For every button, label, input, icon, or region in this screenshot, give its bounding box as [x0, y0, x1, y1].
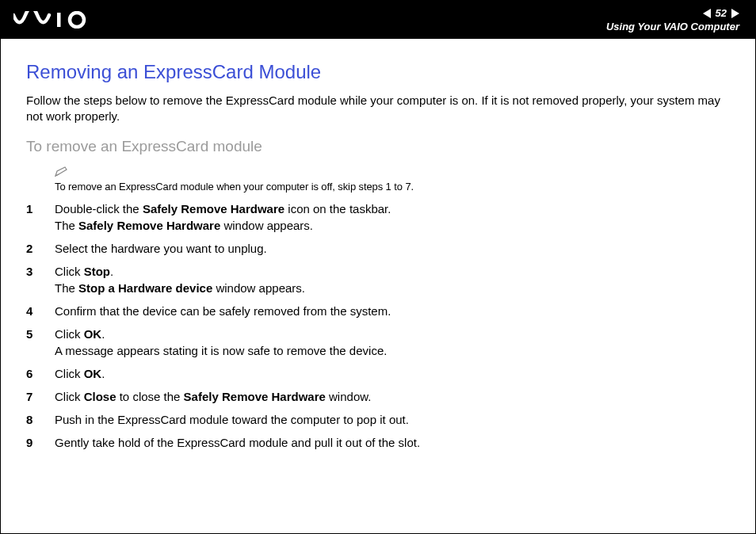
- bold-text: Safely Remove Hardware: [78, 219, 220, 232]
- bold-text: Close: [84, 390, 116, 403]
- header-right: 52 Using Your VAIO Computer: [606, 7, 739, 32]
- text: Click: [55, 327, 84, 341]
- step-body: Click Stop. The Stop a Hardware device w…: [55, 263, 730, 296]
- bold-text: Safely Remove Hardware: [143, 202, 284, 216]
- page-title: Removing an ExpressCard Module: [26, 61, 730, 83]
- text: to close the: [116, 390, 184, 403]
- text: window appears.: [212, 281, 305, 295]
- step-number: 2: [26, 240, 55, 257]
- note-pencil-icon: [55, 166, 730, 177]
- step-body: Click OK. A message appears stating it i…: [55, 326, 730, 359]
- step-body: Select the hardware you want to unplug.: [55, 240, 730, 257]
- step-item: 5 Click OK. A message appears stating it…: [26, 326, 730, 359]
- bold-text: Stop: [84, 265, 110, 278]
- bold-text: Safely Remove Hardware: [184, 390, 326, 403]
- text: window appears.: [220, 219, 313, 232]
- text: .: [110, 265, 113, 278]
- intro-paragraph: Follow the steps below to remove the Exp…: [26, 93, 730, 125]
- step-body: Gently take hold of the ExpressCard modu…: [55, 434, 730, 451]
- text: icon on the taskbar.: [284, 202, 391, 216]
- page-header: 52 Using Your VAIO Computer: [1, 1, 755, 39]
- step-body: Confirm that the device can be safely re…: [55, 303, 730, 319]
- text: Click: [55, 390, 84, 403]
- page-number: 52: [712, 7, 730, 19]
- vaio-logo: [13, 1, 101, 39]
- step-item: 3 Click Stop. The Stop a Hardware device…: [26, 263, 730, 296]
- note-block: To remove an ExpressCard module when you…: [55, 166, 730, 193]
- step-item: 7 Click Close to close the Safely Remove…: [26, 388, 730, 405]
- step-item: 8 Push in the ExpressCard module toward …: [26, 411, 730, 428]
- step-number: 3: [26, 263, 55, 296]
- text: A message appears stating it is now safe…: [55, 344, 387, 357]
- step-number: 1: [26, 200, 55, 234]
- next-page-arrow-icon[interactable]: [731, 9, 739, 18]
- step-number: 8: [26, 411, 55, 428]
- step-item: 6 Click OK.: [26, 365, 730, 382]
- section-title: Using Your VAIO Computer: [606, 21, 739, 32]
- text: Double-click the: [55, 202, 143, 216]
- page-navigator: 52: [703, 7, 739, 19]
- step-number: 7: [26, 388, 55, 405]
- step-item: 2 Select the hardware you want to unplug…: [26, 240, 730, 257]
- bold-text: Stop a Hardware device: [78, 281, 212, 295]
- text: The: [55, 219, 78, 232]
- subheading: To remove an ExpressCard module: [26, 138, 730, 155]
- step-body: Click OK.: [55, 365, 730, 382]
- step-number: 4: [26, 303, 55, 319]
- steps-list: 1 Double-click the Safely Remove Hardwar…: [26, 200, 730, 451]
- step-number: 9: [26, 434, 55, 451]
- bold-text: OK: [84, 367, 102, 380]
- step-body: Click Close to close the Safely Remove H…: [55, 388, 730, 405]
- text: window.: [326, 390, 372, 403]
- text: .: [101, 367, 105, 380]
- step-item: 1 Double-click the Safely Remove Hardwar…: [26, 200, 730, 234]
- step-number: 5: [26, 326, 55, 359]
- step-item: 4 Confirm that the device can be safely …: [26, 303, 730, 319]
- step-body: Double-click the Safely Remove Hardware …: [55, 200, 730, 234]
- step-number: 6: [26, 365, 55, 382]
- text: Click: [55, 265, 84, 278]
- note-text: To remove an ExpressCard module when you…: [55, 181, 414, 193]
- bold-text: OK: [84, 327, 102, 341]
- text: The: [55, 281, 78, 295]
- manual-page: 52 Using Your VAIO Computer Removing an …: [0, 0, 756, 534]
- page-content: Removing an ExpressCard Module Follow th…: [1, 39, 755, 451]
- svg-point-1: [70, 13, 84, 27]
- step-item: 9 Gently take hold of the ExpressCard mo…: [26, 434, 730, 451]
- svg-rect-0: [57, 13, 61, 27]
- step-body: Push in the ExpressCard module toward th…: [55, 411, 730, 428]
- prev-page-arrow-icon[interactable]: [703, 9, 711, 18]
- text: .: [101, 327, 105, 341]
- text: Click: [55, 367, 84, 380]
